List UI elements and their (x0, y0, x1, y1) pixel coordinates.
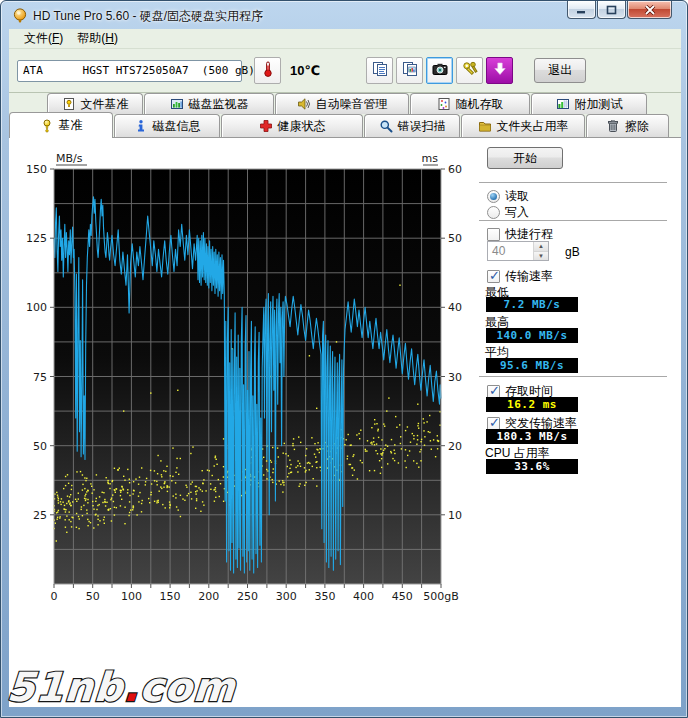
file-benchmark-icon (62, 97, 76, 111)
tab-aam[interactable]: 自动噪音管理 (275, 93, 409, 114)
start-button[interactable]: 开始 (487, 147, 563, 169)
transfer-rate-checkbox[interactable]: 传输速率 (487, 268, 553, 285)
keys-button[interactable] (456, 57, 483, 84)
temperature-button[interactable] (254, 57, 281, 84)
tab-extra-tests[interactable]: 附加测试 (531, 93, 647, 114)
svg-text:150: 150 (26, 163, 47, 176)
svg-text:450: 450 (392, 590, 413, 603)
short-stroke-size-input[interactable]: 40 ▲▼ (487, 241, 549, 261)
close-button[interactable] (627, 1, 672, 19)
copy-text-button[interactable] (366, 57, 393, 84)
tab-label: 文件夹占用率 (497, 118, 569, 135)
copy-text-icon (371, 60, 389, 82)
tab-disk-monitor[interactable]: 磁盘监视器 (144, 93, 274, 114)
toolbar-buttons (366, 57, 516, 84)
tab-erase[interactable]: 擦除 (586, 114, 669, 137)
tab-health[interactable]: 健康状态 (221, 114, 363, 137)
extra-tests-icon (556, 97, 570, 111)
svg-text:30: 30 (448, 371, 462, 384)
benchmark-icon (40, 119, 54, 133)
svg-text:300: 300 (276, 590, 297, 603)
access-time-value: 16.2 ms (486, 397, 578, 412)
checkbox-icon (487, 270, 500, 283)
random-access-icon (437, 97, 451, 111)
spinner-buttons[interactable]: ▲▼ (533, 242, 548, 260)
menu-file[interactable]: 文件(F) (17, 29, 70, 48)
tab-file-benchmark[interactable]: 文件基准 (47, 93, 143, 114)
svg-text:60: 60 (448, 163, 462, 176)
tab-error-scan[interactable]: 错误扫描 (364, 114, 460, 137)
radio-icon (487, 190, 500, 203)
window-title: HD Tune Pro 5.60 - 硬盘/固态硬盘实用程序 (33, 8, 263, 25)
toolbar: ATA HGST HTS725050A7 (500 gB) ▼ 10℃ 退出 (9, 49, 681, 93)
avg-value: 95.6 MB/s (486, 358, 578, 373)
keys-icon (461, 60, 479, 82)
speaker-icon (297, 97, 311, 111)
menu-bar: 文件(F) 帮助(H) (9, 29, 681, 49)
divider (479, 182, 667, 183)
minimize-button[interactable] (567, 1, 596, 19)
svg-text:50: 50 (33, 440, 47, 453)
svg-text:100: 100 (121, 590, 142, 603)
max-value: 140.0 MB/s (486, 328, 578, 343)
svg-text:350: 350 (314, 590, 335, 603)
svg-text:MB/s: MB/s (56, 152, 83, 165)
svg-text:50: 50 (86, 590, 100, 603)
svg-text:150: 150 (160, 590, 181, 603)
tab-label: 自动噪音管理 (316, 96, 388, 113)
svg-text:100: 100 (26, 301, 47, 314)
tab-label: 健康状态 (278, 118, 326, 135)
divider (479, 220, 667, 221)
tab-label: 附加测试 (575, 96, 623, 113)
copy-image-icon (401, 60, 419, 82)
tab-label: 磁盘信息 (153, 118, 201, 135)
cpu-usage-value: 33.6% (486, 459, 578, 474)
write-radio[interactable]: 写入 (487, 204, 529, 221)
spin-down-icon: ▼ (534, 252, 548, 261)
tab-label: 文件基准 (81, 96, 129, 113)
info-icon (134, 119, 148, 133)
screenshot-button[interactable] (426, 57, 453, 84)
radio-icon (487, 206, 500, 219)
svg-text:0: 0 (51, 590, 58, 603)
read-radio[interactable]: 读取 (487, 188, 529, 205)
tab-folder-usage[interactable]: 文件夹占用率 (461, 114, 585, 137)
tab-label: 基准 (59, 117, 83, 134)
tab-label: 错误扫描 (398, 118, 446, 135)
thermometer-icon (259, 60, 277, 82)
health-icon (259, 119, 273, 133)
exit-button[interactable]: 退出 (534, 58, 586, 83)
copy-image-button[interactable] (396, 57, 423, 84)
spin-up-icon: ▲ (534, 242, 548, 252)
tab-benchmark[interactable]: 基准 (9, 112, 113, 138)
download-icon (491, 60, 509, 82)
svg-text:500gB: 500gB (423, 590, 459, 603)
tab-label: 随机存取 (456, 96, 504, 113)
tab-strip: 文件基准磁盘监视器自动噪音管理随机存取附加测试 基准磁盘信息健康状态错误扫描文件… (9, 93, 681, 137)
benchmark-panel: 开始 读取 写入 快捷行程 40 ▲▼ gB 传输速率 (471, 138, 677, 698)
divider (479, 376, 667, 377)
tab-random-access[interactable]: 随机存取 (410, 93, 530, 114)
short-stroke-unit: gB (565, 245, 580, 259)
update-download-button[interactable] (486, 57, 513, 84)
app-window: HD Tune Pro 5.60 - 硬盘/固态硬盘实用程序 文件(F) 帮助(… (0, 0, 688, 718)
title-bar[interactable]: HD Tune Pro 5.60 - 硬盘/固态硬盘实用程序 (1, 1, 687, 29)
content-area: 1501251007550256050403020100501001502002… (9, 137, 681, 707)
svg-text:125: 125 (26, 232, 47, 245)
tab-disk-info[interactable]: 磁盘信息 (114, 114, 220, 137)
magnifier-icon (379, 119, 393, 133)
menu-help[interactable]: 帮助(H) (70, 29, 125, 48)
folder-icon (478, 119, 492, 133)
svg-text:50: 50 (448, 232, 462, 245)
drive-select[interactable]: ATA HGST HTS725050A7 (500 gB) ▼ (17, 60, 242, 82)
svg-text:75: 75 (33, 371, 47, 384)
tab-label: 磁盘监视器 (189, 96, 249, 113)
min-value: 7.2 MB/s (486, 297, 578, 312)
maximize-button[interactable] (597, 1, 626, 19)
trash-icon (606, 119, 620, 133)
svg-text:200: 200 (198, 590, 219, 603)
svg-text:ms: ms (422, 152, 439, 165)
camera-icon (431, 60, 449, 82)
svg-text:40: 40 (448, 301, 462, 314)
tab-label: 擦除 (625, 118, 649, 135)
